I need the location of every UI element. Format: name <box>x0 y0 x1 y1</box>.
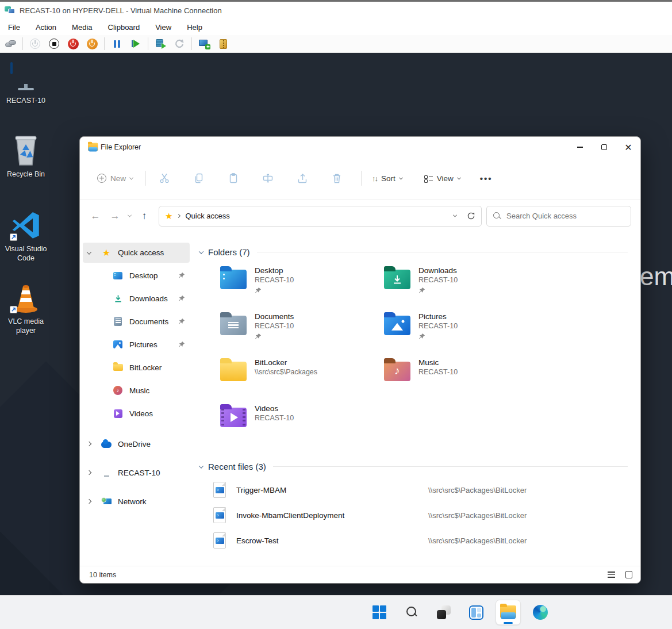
chevron-right-icon[interactable] <box>87 442 101 446</box>
enhanced-session-icon[interactable] <box>197 37 211 51</box>
breadcrumb-location[interactable]: Quick access <box>185 212 229 220</box>
sidebar-item-pictures[interactable]: Pictures <box>83 333 190 356</box>
taskbar-file-explorer-button[interactable] <box>496 600 521 625</box>
sidebar-item-music[interactable]: ♪ Music <box>83 379 190 402</box>
sidebar-item-desktop[interactable]: Desktop <box>83 264 190 287</box>
ctrl-alt-del-icon[interactable] <box>3 37 17 51</box>
forward-icon[interactable]: → <box>105 206 125 226</box>
toolbar-separator <box>22 37 23 50</box>
chevron-right-icon[interactable] <box>87 500 101 503</box>
shut-down-icon[interactable] <box>66 37 80 51</box>
save-vm-icon[interactable] <box>85 37 99 51</box>
wallpaper-text-fragment: em <box>640 262 672 291</box>
widgets-button[interactable] <box>463 600 489 625</box>
desktop-icon-vscode[interactable]: Visual Studio Code <box>1 209 51 263</box>
item-count: 10 items <box>89 571 116 579</box>
refresh-icon[interactable] <box>467 212 475 220</box>
close-button[interactable]: ✕ <box>616 137 640 157</box>
sidebar-item-network[interactable]: Network <box>83 487 190 516</box>
maximize-button[interactable] <box>592 137 616 157</box>
sidebar-item-documents[interactable]: Documents <box>83 310 190 333</box>
taskbar-search-button[interactable] <box>399 600 424 625</box>
history-chevron-icon[interactable] <box>128 213 132 217</box>
search-input[interactable] <box>506 212 625 220</box>
vm-desktop: em RECAST-10 Recycle Bin <box>0 53 672 595</box>
large-icons-view-icon[interactable] <box>625 571 632 578</box>
section-chevron-icon[interactable] <box>199 463 203 468</box>
menu-media[interactable]: Media <box>72 23 92 32</box>
folder-tile-videos[interactable]: Videos RECAST-10 <box>220 403 384 449</box>
cut-icon[interactable] <box>154 168 175 189</box>
search-box[interactable] <box>486 206 631 227</box>
taskbar-edge-button[interactable] <box>528 600 553 625</box>
start-vm-icon[interactable] <box>28 37 42 51</box>
rename-icon[interactable] <box>258 168 278 189</box>
pause-icon[interactable] <box>110 37 124 51</box>
folder-tile-downloads[interactable]: Downloads RECAST-10 <box>384 265 548 311</box>
menu-help[interactable]: Help <box>187 23 202 32</box>
sidebar-item-onedrive[interactable]: OneDrive <box>83 429 190 458</box>
folder-tile-bitlocker[interactable]: BitLocker \\src\src$\Packages <box>220 357 384 403</box>
list-view-icon[interactable] <box>608 572 615 578</box>
explorer-titlebar[interactable]: File Explorer ✕ <box>80 137 640 158</box>
folder-tile-desktop[interactable]: Desktop RECAST-10 <box>220 265 384 311</box>
chevron-down-icon <box>399 175 403 179</box>
up-icon[interactable]: ↑ <box>135 206 154 226</box>
sidebar-item-bitlocker[interactable]: BitLocker <box>83 356 190 379</box>
revert-icon[interactable] <box>172 37 186 51</box>
share-icon[interactable] <box>292 168 313 189</box>
sort-button[interactable]: ↑↓ Sort <box>372 174 402 183</box>
vmconnect-titlebar: RECAST-10 on HYPERV-DELL - Virtual Machi… <box>0 0 672 19</box>
menu-clipboard[interactable]: Clipboard <box>108 23 140 32</box>
start-button[interactable] <box>367 600 392 625</box>
turn-off-icon[interactable] <box>47 37 61 51</box>
recent-file-name: Invoke-MbamClientDeployment <box>236 511 428 520</box>
recent-files-section-header[interactable]: Recent files (3) <box>199 462 628 471</box>
recent-file-row[interactable]: › Trigger-MBAM \\src\src$\Packages\BitLo… <box>213 477 628 503</box>
recent-file-row[interactable]: › Escrow-Test \\src\src$\Packages\BitLoc… <box>213 528 628 553</box>
more-icon[interactable]: ••• <box>480 174 493 183</box>
folders-section-header[interactable]: Folders (7) <box>199 247 628 257</box>
address-dropdown-icon[interactable] <box>453 213 457 217</box>
sidebar-item-videos[interactable]: Videos <box>83 402 190 425</box>
share-file-icon[interactable] <box>216 37 230 51</box>
chevron-right-icon[interactable] <box>87 471 101 474</box>
quick-access-star-icon: ★ <box>165 211 172 221</box>
new-button[interactable]: New <box>97 174 133 183</box>
music-icon: ♪ <box>113 385 123 396</box>
sidebar-item-quick-access[interactable]: ★ Quick access <box>83 243 190 263</box>
recent-files-list: › Trigger-MBAM \\src\src$\Packages\BitLo… <box>199 477 628 553</box>
task-view-button[interactable] <box>431 600 456 625</box>
delete-icon[interactable] <box>327 168 347 189</box>
step-icon[interactable] <box>129 37 143 51</box>
back-icon[interactable]: ← <box>86 206 105 226</box>
menu-action[interactable]: Action <box>36 23 56 32</box>
breadcrumb-chevron-icon[interactable] <box>176 214 181 218</box>
address-bar[interactable]: ★ Quick access <box>159 206 482 227</box>
folder-tile-pictures[interactable]: Pictures RECAST-10 <box>384 311 548 357</box>
vscode-icon <box>9 209 43 241</box>
desktop-icon-vlc[interactable]: VLC media player <box>1 282 51 335</box>
pictures-icon <box>113 339 123 350</box>
checkpoint-icon[interactable] <box>153 37 167 51</box>
desktop-icon-this-pc[interactable]: RECAST-10 <box>1 61 51 106</box>
folder-tile-music[interactable]: ♪ Music RECAST-10 <box>384 357 548 403</box>
folder-tile-documents[interactable]: Documents RECAST-10 <box>220 311 384 357</box>
folder-name: Downloads <box>418 266 458 275</box>
view-button[interactable]: View <box>424 174 460 183</box>
sidebar-item-this-pc[interactable]: RECAST-10 <box>83 458 190 487</box>
explorer-commandbar: New ↑↓ So <box>80 158 640 200</box>
paste-icon[interactable] <box>223 168 244 189</box>
minimize-button[interactable] <box>568 137 592 157</box>
menu-view[interactable]: View <box>155 23 171 32</box>
documents-folder-icon <box>220 316 247 335</box>
chevron-down-icon <box>129 175 133 179</box>
recent-file-row[interactable]: › Invoke-MbamClientDeployment \\src\src$… <box>213 503 628 528</box>
folder-location: RECAST-10 <box>255 414 294 422</box>
copy-icon[interactable] <box>189 168 209 189</box>
menu-file[interactable]: File <box>8 23 20 32</box>
chevron-down-icon[interactable] <box>87 251 101 255</box>
sidebar-item-downloads[interactable]: Downloads <box>83 287 190 310</box>
desktop-icon-recycle-bin[interactable]: Recycle Bin <box>1 135 51 179</box>
section-chevron-icon[interactable] <box>199 249 203 254</box>
